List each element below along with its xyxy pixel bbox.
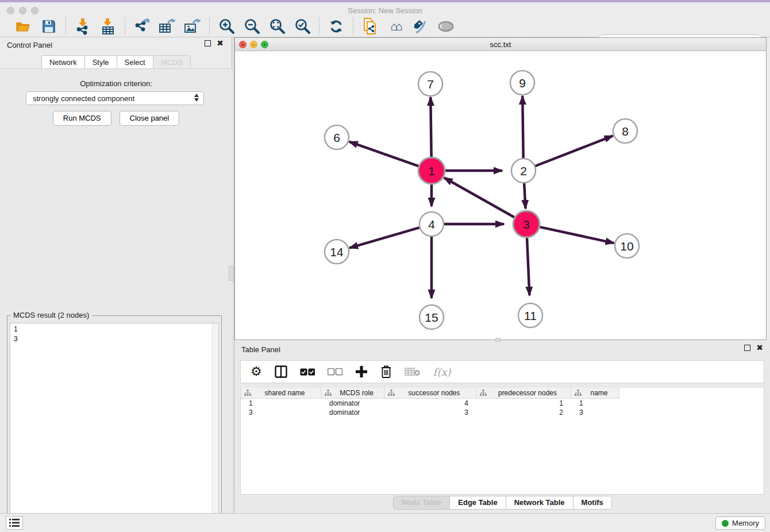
- graph-node-label: 2: [520, 164, 527, 178]
- memory-button[interactable]: Memory: [715, 516, 765, 530]
- graph-node-9[interactable]: 9: [510, 71, 534, 95]
- graph-node-11[interactable]: 11: [518, 303, 542, 327]
- import-network-icon[interactable]: [74, 18, 91, 35]
- zoom-selected-icon[interactable]: [294, 18, 311, 35]
- graph-edge-3-1[interactable]: [444, 178, 514, 217]
- table-row[interactable]: 3dominator323: [241, 408, 764, 417]
- export-network-icon[interactable]: [133, 18, 151, 35]
- graph-node-label: 3: [523, 218, 530, 231]
- graph-node-1[interactable]: 1: [418, 157, 445, 184]
- graph-node-label: 4: [428, 218, 435, 231]
- duplicate-network-icon[interactable]: [361, 18, 379, 35]
- table-settings-icon[interactable]: ⚙: [251, 365, 262, 378]
- function-builder-icon[interactable]: f(x): [433, 366, 451, 378]
- graph-edge-3-10[interactable]: [540, 227, 614, 243]
- export-image-icon[interactable]: [184, 18, 201, 35]
- tab-select[interactable]: Select: [117, 55, 153, 70]
- column-header-2[interactable]: successor nodes: [384, 388, 476, 399]
- network-window-titlebar[interactable]: × − + scc.txt: [235, 38, 766, 51]
- zoom-out-icon[interactable]: [243, 18, 260, 35]
- graph-node-6[interactable]: 6: [325, 125, 349, 149]
- graph-node-label: 9: [519, 76, 526, 90]
- tab-mcds[interactable]: MCDS: [153, 55, 191, 70]
- table-header-row: shared nameMCDS rolesuccessor nodesprede…: [241, 388, 764, 399]
- refresh-view-icon[interactable]: [328, 18, 345, 35]
- graph-node-7[interactable]: 7: [418, 72, 442, 96]
- main-toolbar: ⌂⌂: [0, 16, 770, 37]
- graph-node-label: 14: [330, 245, 344, 259]
- table-row[interactable]: 1dominator411: [241, 399, 764, 408]
- float-table-panel-icon[interactable]: [744, 345, 750, 351]
- import-table-icon[interactable]: [99, 18, 117, 35]
- table-cell: dominator: [321, 399, 384, 408]
- status-bar: Memory: [0, 513, 770, 532]
- tab-motifs[interactable]: Motifs: [573, 496, 612, 510]
- graph-node-label: 10: [620, 240, 633, 253]
- column-header-3[interactable]: predecessor nodes: [476, 388, 571, 399]
- graph-node-3[interactable]: 3: [513, 211, 540, 237]
- graph-node-4[interactable]: 4: [419, 212, 444, 236]
- delete-table-icon[interactable]: [405, 367, 421, 376]
- memory-status-icon: [722, 520, 729, 527]
- table-cell: 3: [241, 408, 321, 417]
- result-scrollbar[interactable]: [212, 323, 218, 527]
- divider-handle[interactable]: [229, 266, 234, 281]
- task-history-button[interactable]: [6, 516, 23, 530]
- network-canvas[interactable]: 1234678910111415: [235, 51, 766, 340]
- graph-node-2[interactable]: 2: [511, 159, 536, 183]
- create-column-icon[interactable]: [355, 365, 368, 378]
- graph-node-label: 1: [428, 164, 435, 178]
- export-table-icon[interactable]: [159, 18, 176, 35]
- graph-node-14[interactable]: 14: [325, 240, 349, 264]
- delete-column-icon[interactable]: [380, 365, 392, 379]
- open-session-icon[interactable]: [15, 18, 32, 35]
- table-panel: Table Panel ✖ ⚙ f(x) shared nameMCDS rol…: [234, 342, 770, 511]
- close-table-panel-icon[interactable]: ✖: [756, 345, 763, 351]
- graph-edge-1-6[interactable]: [349, 142, 419, 166]
- table-cell: 4: [384, 399, 476, 408]
- graph-node-label: 15: [425, 311, 438, 324]
- close-panel-button[interactable]: Close panel: [120, 111, 180, 126]
- graph-node-label: 6: [333, 131, 340, 144]
- graph-node-10[interactable]: 10: [615, 234, 639, 258]
- mcds-result-list[interactable]: 1 3: [10, 323, 219, 527]
- graph-node-15[interactable]: 15: [419, 305, 444, 329]
- graph-edge-2-9[interactable]: [522, 96, 523, 158]
- criterion-select[interactable]: strongly connected component: [26, 91, 204, 105]
- column-header-1[interactable]: MCDS role: [321, 388, 384, 399]
- column-header-0[interactable]: shared name: [241, 388, 321, 399]
- run-mcds-button[interactable]: Run MCDS: [53, 111, 111, 126]
- horizontal-divider-handle[interactable]: [495, 338, 500, 342]
- graph-node-8[interactable]: 8: [613, 119, 637, 143]
- hide-labels-icon[interactable]: [412, 18, 429, 35]
- show-columns-icon[interactable]: [275, 365, 287, 378]
- graph-node-label: 8: [622, 125, 629, 138]
- tab-style[interactable]: Style: [84, 55, 117, 70]
- graph-edge-1-7[interactable]: [430, 97, 431, 157]
- memory-label: Memory: [732, 519, 759, 527]
- select-all-columns-icon[interactable]: [300, 368, 315, 376]
- show-hide-graphics-icon[interactable]: [437, 18, 455, 35]
- control-panel-title: Control Panel: [7, 41, 52, 49]
- float-panel-icon[interactable]: [205, 40, 211, 47]
- mcds-result-title: MCDS result (2 nodes): [11, 311, 91, 319]
- optimization-criterion-label: Optimization criterion:: [0, 79, 232, 88]
- close-panel-icon[interactable]: ✖: [217, 40, 224, 47]
- tab-node-table[interactable]: Node Table: [393, 496, 450, 510]
- tab-network-table[interactable]: Network Table: [506, 496, 573, 510]
- save-session-icon[interactable]: [40, 18, 57, 35]
- graph-node-label: 7: [427, 78, 434, 91]
- table-cell: 2: [476, 408, 571, 417]
- home-layout-icon[interactable]: ⌂⌂: [387, 18, 404, 35]
- zoom-fit-icon[interactable]: [268, 18, 286, 35]
- zoom-in-icon[interactable]: [218, 18, 235, 35]
- graph-edge-3-11[interactable]: [527, 238, 529, 295]
- mcds-panel: Optimization criterion: strongly connect…: [0, 68, 232, 513]
- tab-edge-table[interactable]: Edge Table: [449, 496, 506, 510]
- graph-edge-2-8[interactable]: [535, 136, 613, 166]
- column-header-4[interactable]: name: [571, 388, 619, 399]
- tab-network[interactable]: Network: [41, 55, 85, 70]
- graph-edge-2-3[interactable]: [524, 183, 525, 209]
- unselect-all-columns-icon[interactable]: [328, 368, 342, 376]
- graph-edge-4-14[interactable]: [349, 228, 419, 248]
